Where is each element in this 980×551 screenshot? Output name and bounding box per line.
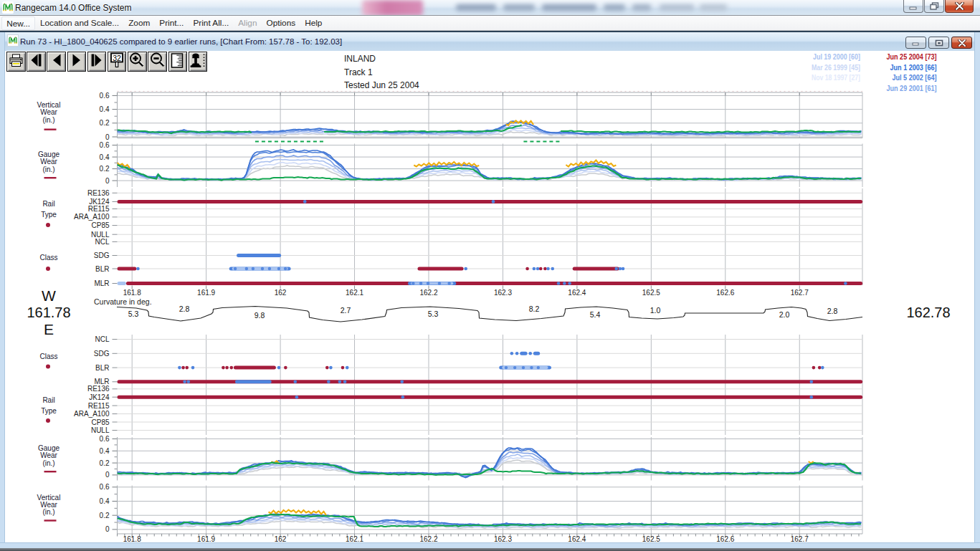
rail-profile-button[interactable] xyxy=(189,52,208,72)
x-tick-label: 162.1 xyxy=(346,289,363,297)
bar-dot-blr xyxy=(181,366,185,370)
zoom-in-button[interactable] xyxy=(128,52,147,72)
chart-canvas: Curvature in deg.5.32.89.82.75.38.25.41.… xyxy=(0,0,980,551)
milepost-button[interactable]: 32 xyxy=(108,52,127,72)
legend-entry: Jul 19 2000 [60] xyxy=(813,52,860,61)
bar-dot-jk124 xyxy=(492,200,495,203)
step-last-button[interactable] xyxy=(87,52,107,72)
x-tick-label: 162 xyxy=(275,289,287,297)
curvature-value: 1.0 xyxy=(650,306,661,315)
y-tick-label: 0.4 xyxy=(100,497,110,505)
axis-group-label: (in.) xyxy=(42,508,54,516)
menu-item-location-and-scale[interactable]: Location and Scale... xyxy=(35,16,123,31)
child-close-button[interactable] xyxy=(951,37,972,49)
curvature-axis-label: Curvature in deg. xyxy=(94,297,152,306)
axis-group-label: (in.) xyxy=(42,166,54,173)
bar-dot-mlr xyxy=(809,380,813,384)
milepost-32-icon: 32 xyxy=(109,52,125,71)
category-row-label: ARA_A100 xyxy=(74,213,110,221)
marker-dot xyxy=(234,267,237,270)
menu-item-align[interactable]: Align xyxy=(234,16,262,31)
chart-header-line: Tested Jun 25 2004 xyxy=(344,80,419,90)
y-tick-label: 0.4 xyxy=(100,447,110,455)
zoom-out-button[interactable] xyxy=(148,52,167,72)
background-blur-text4 xyxy=(604,4,625,11)
y-tick-label: 0.6 xyxy=(100,92,110,100)
page-back-button[interactable] xyxy=(47,52,66,72)
axis-group-label: (in.) xyxy=(42,459,54,467)
bar-segment-sdg xyxy=(520,352,527,355)
y-tick-label: 0.4 xyxy=(100,153,110,161)
step-first-button[interactable] xyxy=(27,52,46,72)
child-minimize-button[interactable] xyxy=(905,37,926,49)
ruler-button[interactable] xyxy=(168,52,188,72)
bar-dot-sdg xyxy=(510,352,514,355)
axis-group-label: Wear xyxy=(40,108,57,116)
menu-item-print-all[interactable]: Print All... xyxy=(189,16,234,31)
menu-item-zoom[interactable]: Zoom xyxy=(124,16,155,31)
maximize-button[interactable] xyxy=(924,0,944,13)
bar-dot-mlr xyxy=(568,282,571,285)
trace-green-top_vertical_wear xyxy=(561,130,861,133)
axis-group-label: Vertical xyxy=(37,101,61,109)
x-tick-label: 162.7 xyxy=(791,289,809,297)
category-row-label: BLR xyxy=(95,265,109,273)
x-tick-label: 162.2 xyxy=(419,289,437,297)
bar-segment xyxy=(502,366,548,369)
group-marker-dot xyxy=(46,418,50,423)
background-blur-text1 xyxy=(456,4,496,11)
child-window-icon xyxy=(7,34,19,47)
legend-entry: Jun 25 2004 [73] xyxy=(887,52,937,61)
x-tick-label: 162.6 xyxy=(716,289,734,297)
trace-green-bottom_gauge_wear xyxy=(118,463,861,476)
window-titlebar[interactable]: Rangecam 14.0 Office System xyxy=(0,0,980,16)
bar-dot-blr xyxy=(284,366,287,370)
arrow-right-bar-icon xyxy=(90,54,103,70)
curvature-value: 5.3 xyxy=(428,310,439,318)
ruler-icon xyxy=(171,53,184,71)
marker-dot xyxy=(522,366,525,369)
child-maximize-button[interactable] xyxy=(928,37,949,49)
menu-item-options[interactable]: Options xyxy=(262,16,300,31)
menu-item-new[interactable]: New... xyxy=(1,16,36,30)
child-minimize-icon xyxy=(912,39,920,46)
category-row-label: BLR xyxy=(95,364,109,372)
print-button[interactable] xyxy=(6,52,26,72)
y-tick-label: 0.6 xyxy=(100,435,110,443)
marker-dot xyxy=(530,366,533,369)
east-label: E xyxy=(44,321,54,337)
curvature-value: 8.2 xyxy=(529,305,540,313)
bar-dot-blr xyxy=(551,267,554,271)
child-window-titlebar[interactable]: Run 73 - HI_1800_040625 compared to 9 ea… xyxy=(0,32,980,51)
chart-header-line: INLAND xyxy=(344,54,376,64)
bar-dot-blr xyxy=(225,366,229,370)
trace-run-top_gauge_wear-3 xyxy=(118,155,862,181)
window-title: Rangecam 14.0 Office System xyxy=(15,3,132,13)
bar-dot-mlr xyxy=(343,380,347,384)
minimize-button[interactable] xyxy=(903,0,923,13)
window-caption-buttons xyxy=(903,0,974,13)
child-caption-buttons xyxy=(903,37,972,49)
y-tick-label: 0.6 xyxy=(100,141,110,149)
application-window: { "window": { "title": "Rangecam 14.0 Of… xyxy=(0,0,980,551)
bar-dot-mlr xyxy=(338,380,342,384)
bar-dot-mlr xyxy=(293,380,297,384)
marker-dot xyxy=(277,267,280,270)
page-forward-button[interactable] xyxy=(67,52,87,72)
bar-dot-blr xyxy=(622,267,625,271)
menu-item-help[interactable]: Help xyxy=(300,16,327,31)
background-blur-text2 xyxy=(503,4,535,11)
bar-dot-blr xyxy=(619,267,622,271)
axis-group-label: Class xyxy=(39,353,57,360)
axis-group-label: Wear xyxy=(40,158,57,166)
bar-dot-sdg xyxy=(528,352,532,355)
group-marker-dot xyxy=(46,223,50,227)
bar-dot-mlr xyxy=(400,380,404,384)
bar-dot-blr xyxy=(539,267,543,271)
legend-entry: Jul 5 2002 [64] xyxy=(893,73,937,82)
marker-dot xyxy=(513,366,516,369)
menu-item-print[interactable]: Print... xyxy=(155,16,189,31)
axis-group-label: Gauge xyxy=(38,150,60,158)
close-button[interactable] xyxy=(945,0,974,13)
bar-segment-blr xyxy=(573,267,619,271)
